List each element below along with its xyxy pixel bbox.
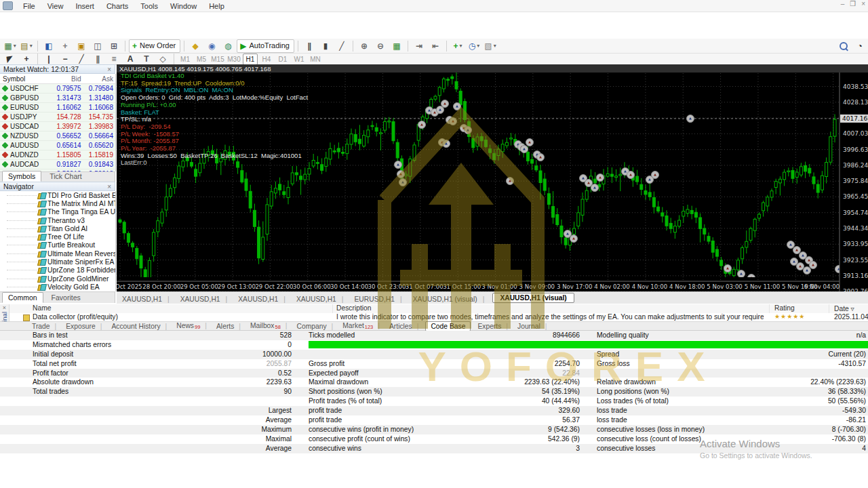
terminal-toggle[interactable]: ◫ [90,39,105,53]
restore-button[interactable]: ❒ [850,0,856,7]
shapes-tool[interactable]: ◇ [155,52,170,66]
navigator-item[interactable]: TDI Pro Grid Basket EA [0,191,115,199]
codebase-col-name[interactable]: Name [33,304,51,312]
terminal-tab-experts[interactable]: Experts| [473,323,513,330]
symbol-row[interactable]: USDJPY154.728154.735 [0,113,115,122]
menu-window[interactable]: Window [164,1,203,11]
tab-favorites[interactable]: Favorites [45,292,87,303]
symbol-row[interactable]: AUDUSD0.656140.65620 [0,141,115,150]
symbol-row[interactable]: AUDCAD0.918270.91843 [0,160,115,169]
periods-button[interactable]: ◷▾ [467,39,481,53]
close-icon[interactable]: × [107,183,111,190]
chart-tab-active[interactable]: XAUUSD,H1 (visual) [492,293,574,303]
timeframe-d1[interactable]: D1 [275,54,290,65]
data-window-toggle[interactable]: + [58,39,73,53]
chart-candles-button[interactable]: ▮ [318,39,333,53]
new-chart-button[interactable]: ▦▾ [3,39,18,53]
menu-help[interactable]: Help [203,1,231,11]
menu-view[interactable]: View [41,1,70,11]
community-button[interactable]: ◍ [220,39,235,53]
chart-tab[interactable]: XAUUSD,H1| [291,295,349,304]
tile-windows-button[interactable]: ▦ [389,39,404,53]
close-icon[interactable]: × [0,304,9,311]
terminal-tab-market[interactable]: Market123| [338,322,384,330]
timeframe-h1[interactable]: H1 [243,54,258,65]
metaeditor-button[interactable]: ◆ [188,39,203,53]
navigator-item[interactable]: UprZone GoldMiner [0,274,115,283]
timeframe-m15[interactable]: M15 [210,54,225,65]
chart-shift-button[interactable]: ⇤ [428,39,443,53]
chart-tab[interactable]: XAUUSD,H1| [233,295,291,304]
navigator-item[interactable]: The Tinga Tinga EA Upda [0,208,115,216]
symbol-row[interactable]: NZDUSD0.566520.56664 [0,131,115,141]
symbol-row[interactable]: EURUSD1.160621.16068 [0,103,115,113]
templates-button[interactable]: ▧▾ [483,39,498,53]
minimize-button[interactable]: – [841,0,845,7]
terminal-tab-company[interactable]: Company| [292,323,338,330]
search-icon[interactable] [836,39,851,53]
help-chat-icon[interactable]: ◔ [852,39,867,53]
vline-tool[interactable]: | [41,52,56,66]
symbol-row[interactable]: AUDNZD1.158051.15819 [0,150,115,160]
menu-charts[interactable]: Charts [100,1,134,11]
terminal-tab-account-history[interactable]: Account History| [106,323,172,330]
terminal-tab-alerts[interactable]: Alerts| [212,323,245,330]
navigator-item[interactable]: Theranto v3 [0,216,115,224]
chart-line-button[interactable]: ╱ [334,39,349,53]
codebase-row[interactable]: Data collector (profit/equity)I wrote th… [9,313,868,321]
terminal-tab-mailbox[interactable]: Mailbox58| [245,322,292,330]
close-button[interactable]: × [861,0,865,7]
navigator-item[interactable]: Velocity Gold EA [0,283,115,291]
symbol-row[interactable]: USDCHF0.795750.79584 [0,84,115,94]
tab-common[interactable]: Common [2,292,43,303]
indicators-button[interactable]: +▾ [450,39,465,53]
timeframe-m30[interactable]: M30 [226,54,241,65]
symbol-row[interactable]: GBPUSD1.314731.31480 [0,94,115,103]
menu-insert[interactable]: Insert [69,1,100,11]
chart-tab[interactable]: XAUUSD,H1 (visual)| [408,295,490,304]
hline-tool[interactable]: − [58,52,73,66]
trendline-tool[interactable]: ╱ [74,52,89,66]
label-tool[interactable]: T [139,52,154,66]
navigator-item[interactable]: Turtle Breakout [0,241,115,249]
navigator-item[interactable]: Ultimate Mean Reversion [0,249,115,258]
navigator-item[interactable]: UprZone 18 Forbidden [0,266,115,274]
strategy-tester-toggle[interactable]: ⊞ [106,39,121,53]
navigator-item[interactable]: Titan Gold AI [0,224,115,232]
navigator-item[interactable]: The Matrix Mind AI MT4 [0,199,115,207]
timeframe-mn[interactable]: MN [308,54,323,65]
tab-tick-chart[interactable]: Tick Chart [43,171,87,182]
terminal-tab-articles[interactable]: Articles| [384,323,423,330]
menu-file[interactable]: File [17,1,41,11]
terminal-tab-journal[interactable]: Journal| [513,323,551,330]
text-tool[interactable]: A [123,52,138,66]
terminal-tab-news[interactable]: News99| [172,322,212,330]
symbol-row[interactable]: USDCAD1.399721.39983 [0,122,115,131]
chat-button[interactable]: ◉ [204,39,219,53]
new-order-button[interactable]: +New Order [129,39,180,53]
terminal-tab-code-base[interactable]: Code Base [425,321,471,331]
timeframe-h4[interactable]: H4 [259,54,274,65]
close-icon[interactable]: × [107,66,111,73]
menu-tools[interactable]: Tools [134,1,164,11]
timeframe-m5[interactable]: M5 [194,54,209,65]
chart-tab[interactable]: EURUSD,H1| [349,295,408,304]
profiles-button[interactable]: ▤▾ [19,39,34,53]
autoscroll-button[interactable]: ⇥ [412,39,427,53]
cursor-tool[interactable]: ◤ [3,52,18,66]
chart-tab[interactable]: XAUUSD,H1| [175,295,233,304]
chart-tab[interactable]: XAUUSD,H1| [117,295,175,304]
codebase-col-date[interactable]: Date ▿ [834,304,854,312]
codebase-col-description[interactable]: Description [336,304,372,312]
market-watch-toggle[interactable]: ◧ [41,39,56,53]
terminal-tab-exposure[interactable]: Exposure| [61,323,106,330]
navigator-item[interactable]: Tree Of Life [0,232,115,241]
codebase-col-rating[interactable]: Rating [774,304,795,312]
tab-symbols[interactable]: Symbols [2,171,41,182]
zoom-in-button[interactable]: ⊕ [357,39,372,53]
crosshair-tool[interactable]: + [19,52,34,66]
timeframe-m1[interactable]: M1 [178,54,193,65]
navigator-toggle[interactable]: ▣ [74,39,89,53]
channel-tool[interactable]: ∥ [90,52,105,66]
chart-area[interactable]: 4048.9254038.5304028.1354007.0303996.635… [117,64,868,291]
